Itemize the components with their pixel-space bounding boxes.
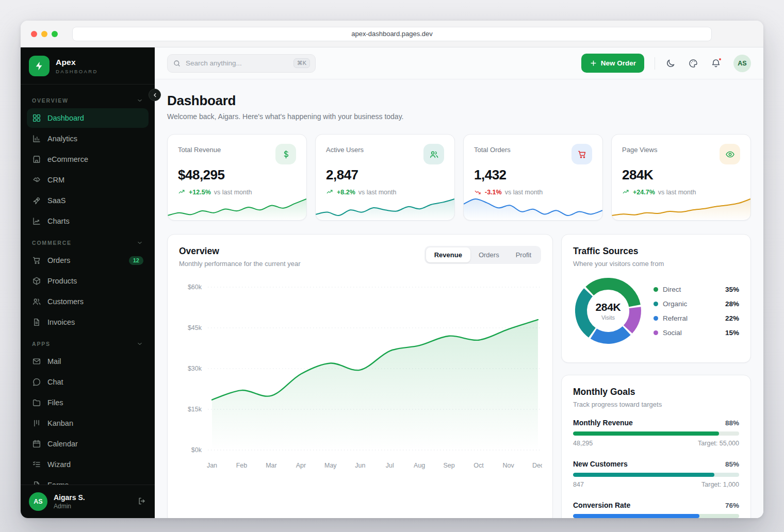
new-order-button[interactable]: New Order (581, 54, 644, 73)
svg-text:Nov: Nov (502, 462, 514, 469)
maximize-window-button[interactable] (52, 31, 58, 37)
svg-text:Sep: Sep (444, 462, 455, 469)
stat-value: 1,432 (474, 167, 592, 183)
sidebar-item-files[interactable]: Files (27, 393, 149, 412)
right-column: Traffic Sources Where your visitors come… (561, 234, 751, 518)
legend-dot (654, 287, 658, 292)
sidebar-item-analytics[interactable]: Analytics (27, 129, 149, 148)
stat-tile (571, 144, 592, 164)
plus-icon (590, 59, 597, 67)
sidebar-item-invoices[interactable]: Invoices (27, 312, 149, 332)
bolt-logo-icon (29, 56, 50, 76)
traffic-title: Traffic Sources (573, 246, 739, 257)
legend-dot (654, 316, 658, 321)
chevron-down-icon (136, 97, 143, 104)
sidebar-item-chat[interactable]: Chat (27, 372, 149, 392)
revenue-area-chart: $0k$15k$30k$45k$60kJanFebMarAprMayJunJul… (179, 275, 542, 481)
sidebar-item-forms[interactable]: Forms (27, 475, 149, 485)
url-bar[interactable]: apex-dashboard.pages.dev (72, 27, 712, 41)
cart-icon (577, 149, 587, 159)
invoice-icon (32, 318, 41, 327)
sidebar-item-kanban[interactable]: Kanban (27, 413, 149, 433)
donut-center-label: Visits (601, 314, 615, 321)
goal-rows: Monthly Revenue88% 48,295Target: 55,000 … (573, 419, 739, 518)
svg-text:$30k: $30k (188, 365, 202, 372)
dashboard-grid: Overview Monthly performance for the cur… (167, 234, 751, 518)
donut-center-value: 284K (595, 301, 620, 313)
sidebar: Apex DASHBOARD OverviewDashboardAnalytic… (21, 47, 155, 518)
theme-picker-button[interactable] (688, 58, 698, 69)
box-icon (32, 276, 41, 286)
sidebar-collapse-button[interactable] (149, 89, 161, 101)
sidebar-item-mail[interactable]: Mail (27, 352, 149, 371)
sidebar-user-card[interactable]: AS Aigars S. Admin (21, 485, 155, 518)
sidebar-item-ecommerce[interactable]: eCommerce (27, 149, 149, 169)
grid-icon (32, 113, 41, 123)
sidebar-item-customers[interactable]: Customers (27, 292, 149, 311)
stat-tile (720, 144, 740, 164)
kanban-icon (32, 419, 41, 428)
search-icon (173, 59, 181, 68)
chart-line-icon (32, 217, 41, 226)
sidebar-section-commerce[interactable]: Commerce (32, 239, 143, 246)
chevron-left-icon (152, 92, 158, 98)
stat-card-active-users[interactable]: Active Users 2,847 +8.2%vs last month (315, 134, 455, 221)
stat-value: 284K (622, 167, 740, 183)
progress-bar (573, 473, 739, 477)
search-input[interactable] (186, 59, 289, 67)
sidebar-item-calendar[interactable]: Calendar (27, 434, 149, 454)
user-role: Admin (54, 503, 85, 510)
bar-chart-icon (32, 134, 41, 143)
logout-button[interactable] (137, 496, 146, 507)
users-icon (32, 297, 41, 306)
chat-icon (32, 377, 41, 387)
sidebar-item-orders[interactable]: Orders12 (27, 251, 149, 270)
app-frame: Apex DASHBOARD OverviewDashboardAnalytic… (21, 47, 763, 518)
user-avatar: AS (29, 492, 47, 511)
close-window-button[interactable] (31, 31, 37, 37)
stat-card-total-orders[interactable]: Total Orders 1,432 -3.1%vs last month (463, 134, 603, 221)
brand-tagline: DASHBOARD (56, 69, 98, 74)
goals-subtitle: Track progress toward targets (573, 401, 739, 408)
sidebar-item-charts[interactable]: Charts (27, 211, 149, 231)
topbar-actions: New Order AS (581, 54, 751, 73)
sidebar-section-apps[interactable]: Apps (32, 340, 143, 347)
eye-icon (725, 149, 735, 159)
notifications-button[interactable] (711, 58, 721, 69)
dark-mode-toggle[interactable] (665, 58, 676, 69)
tab-orders[interactable]: Orders (470, 247, 508, 262)
orders-count-badge: 12 (129, 256, 143, 265)
sidebar-item-products[interactable]: Products (27, 271, 149, 291)
stat-card-page-views[interactable]: Page Views 284K +24.7%vs last month (611, 134, 751, 221)
goal-row-new-customers: New Customers85% 847Target: 1,000 (573, 460, 739, 488)
stat-label: Page Views (622, 144, 657, 154)
cart-icon (32, 256, 41, 265)
traffic-subtitle: Where your visitors come from (573, 260, 739, 268)
svg-text:Oct: Oct (473, 462, 484, 469)
minimize-window-button[interactable] (41, 31, 47, 37)
topbar-avatar[interactable]: AS (733, 55, 751, 72)
dollar-icon (281, 149, 291, 159)
tab-profit[interactable]: Profit (508, 247, 540, 262)
svg-text:$45k: $45k (188, 324, 202, 331)
sidebar-item-crm[interactable]: CRM (27, 170, 149, 190)
stat-card-total-revenue[interactable]: Total Revenue $48,295 +12.5%vs last mont… (167, 134, 307, 221)
checklist-icon (32, 460, 41, 469)
stat-sparkline-chart (612, 193, 750, 221)
page-subtitle: Welcome back, Aigars. Here's what's happ… (167, 112, 751, 121)
brand: Apex DASHBOARD (21, 47, 155, 85)
rocket-icon (32, 196, 41, 205)
brand-name: Apex (56, 58, 98, 67)
sidebar-item-saas[interactable]: SaaS (27, 191, 149, 210)
svg-text:Feb: Feb (236, 462, 248, 469)
chevron-down-icon (136, 340, 143, 347)
sidebar-item-dashboard[interactable]: Dashboard (27, 108, 149, 128)
tab-revenue[interactable]: Revenue (426, 247, 470, 262)
overview-title: Overview (179, 246, 301, 257)
stat-cards-row: Total Revenue $48,295 +12.5%vs last mont… (167, 134, 751, 221)
sidebar-item-wizard[interactable]: Wizard (27, 455, 149, 474)
handshake-icon (32, 175, 41, 185)
chevron-down-icon (136, 239, 143, 246)
sidebar-section-overview[interactable]: Overview (32, 97, 143, 104)
search-box[interactable]: ⌘K (167, 54, 316, 73)
